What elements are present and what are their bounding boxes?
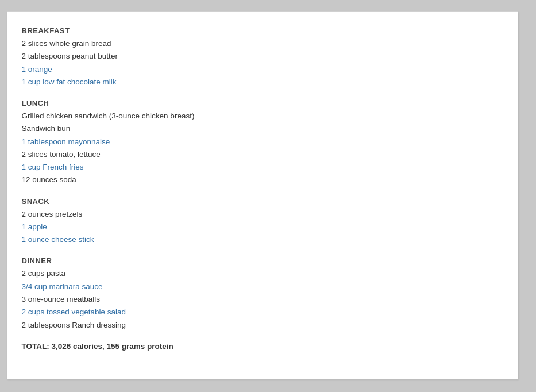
snack-section: SNACK 2 ounces pretzels1 apple1 ounce ch… <box>22 197 500 247</box>
dinner-items: 2 cups pasta3/4 cup marinara sauce3 one-… <box>22 267 500 331</box>
breakfast-title: BREAKFAST <box>22 26 500 35</box>
snack-title: SNACK <box>22 197 500 206</box>
list-item: Grilled chicken sandwich (3-ounce chicke… <box>22 110 500 122</box>
total-line: TOTAL: 3,026 calories, 155 grams protein <box>22 342 500 351</box>
breakfast-section: BREAKFAST 2 slices whole grain bread2 ta… <box>22 26 500 89</box>
list-item: 2 slices whole grain bread <box>22 37 500 50</box>
list-item: 2 tablespoons peanut butter <box>22 50 500 63</box>
list-item: 12 ounces soda <box>22 174 500 186</box>
list-item: 1 tablespoon mayonnaise <box>22 136 500 148</box>
list-item: 1 orange <box>22 63 500 76</box>
dinner-section: DINNER 2 cups pasta3/4 cup marinara sauc… <box>22 256 500 331</box>
lunch-items: Grilled chicken sandwich (3-ounce chicke… <box>22 110 500 187</box>
list-item: 2 slices tomato, lettuce <box>22 148 500 161</box>
lunch-section: LUNCH Grilled chicken sandwich (3-ounce … <box>22 99 500 187</box>
list-item: 1 ounce cheese stick <box>22 233 500 246</box>
list-item: 2 tablespoons Ranch dressing <box>22 319 500 332</box>
dinner-title: DINNER <box>22 256 500 265</box>
list-item: 1 apple <box>22 221 500 233</box>
meal-plan-card: BREAKFAST 2 slices whole grain bread2 ta… <box>7 11 518 379</box>
list-item: 2 cups tossed vegetable salad <box>22 306 500 318</box>
snack-items: 2 ounces pretzels1 apple1 ounce cheese s… <box>22 208 500 247</box>
list-item: 2 ounces pretzels <box>22 208 500 221</box>
list-item: 1 cup French fries <box>22 161 500 174</box>
list-item: 1 cup low fat chocolate milk <box>22 76 500 89</box>
list-item: Sandwich bun <box>22 122 500 135</box>
list-item: 2 cups pasta <box>22 267 500 280</box>
breakfast-items: 2 slices whole grain bread2 tablespoons … <box>22 37 500 89</box>
list-item: 3 one-ounce meatballs <box>22 293 500 306</box>
list-item: 3/4 cup marinara sauce <box>22 280 500 293</box>
lunch-title: LUNCH <box>22 99 500 107</box>
